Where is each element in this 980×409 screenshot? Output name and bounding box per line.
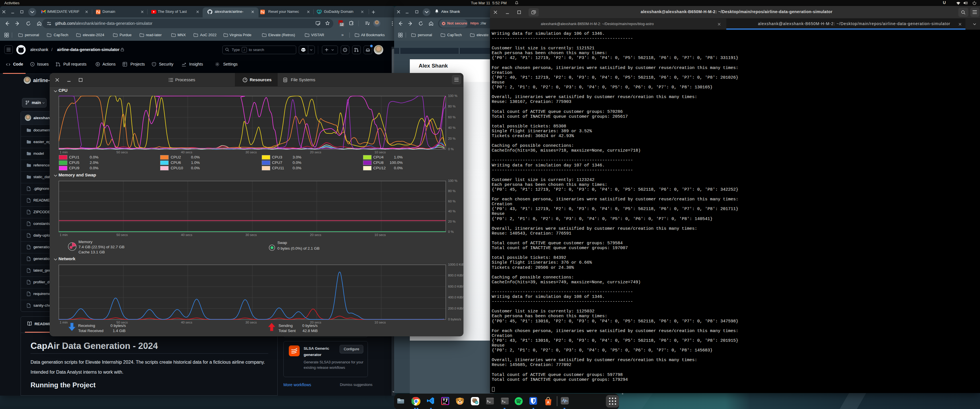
svg-text:A: A — [547, 400, 550, 404]
svg-text:db: db — [476, 402, 477, 404]
